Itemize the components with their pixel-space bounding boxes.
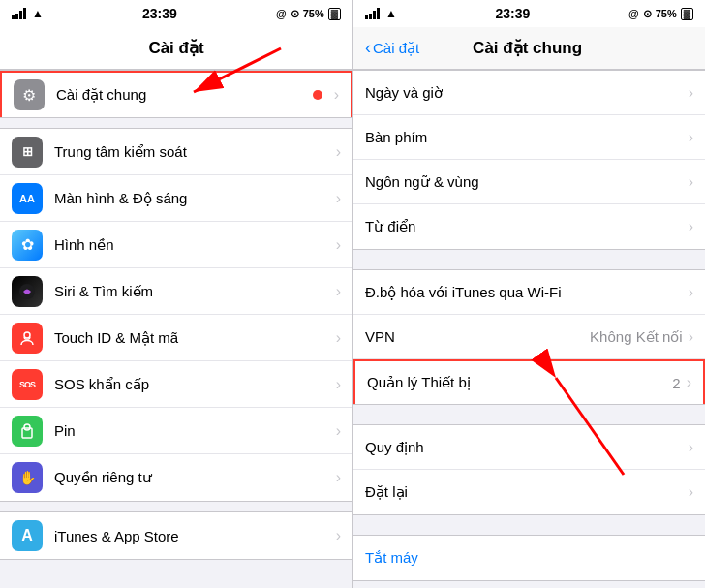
settings-item-sos[interactable]: SOS SOS khẩn cấp › bbox=[0, 361, 352, 408]
settings-item-trung-tam[interactable]: ⊞ Trung tâm kiểm soát › bbox=[0, 129, 352, 175]
alarm-icon: @ bbox=[276, 8, 287, 19]
section-spacer-2 bbox=[353, 407, 705, 424]
settings-icon-pin bbox=[12, 416, 43, 447]
back-button[interactable]: ‹ Cài đặt bbox=[365, 38, 419, 58]
chevron-man-hinh-icon: › bbox=[336, 190, 341, 207]
right-value-vpn: Không Kết nối bbox=[590, 328, 683, 346]
chevron-siri-icon: › bbox=[336, 283, 341, 300]
right-signal-bars-icon bbox=[365, 8, 380, 19]
right-label-ban-phim: Bàn phím bbox=[365, 129, 689, 145]
right-label-tu-dien: Từ điển bbox=[365, 218, 689, 235]
settings-label-cai-dat-chung: Cài đặt chung bbox=[56, 86, 313, 104]
right-label-dat-lai: Đặt lại bbox=[365, 483, 689, 501]
right-label-quan-ly: Quản lý Thiết bị bbox=[367, 374, 672, 391]
settings-icon-quyen-rieng-tu: ✋ bbox=[12, 462, 43, 493]
left-nav-title: Cài đặt bbox=[148, 38, 203, 58]
right-settings-list: Ngày và giờ › Bàn phím › Ngôn ngữ & vùng… bbox=[353, 70, 705, 588]
chevron-ngon-ngu-icon: › bbox=[689, 173, 693, 191]
svg-rect-3 bbox=[24, 424, 30, 430]
settings-label-quyen-rieng-tu: Quyền riêng tư bbox=[54, 469, 332, 486]
settings-icon-man-hinh: AA bbox=[12, 183, 43, 214]
settings-icon-cai-dat-chung: ⚙ bbox=[14, 79, 45, 110]
settings-icon-hinh-nen: ✿ bbox=[12, 230, 43, 261]
right-label-tat-may: Tắt máy bbox=[365, 549, 693, 567]
settings-group-general: ⚙ Cài đặt chung › bbox=[0, 70, 352, 118]
settings-icon-siri bbox=[12, 276, 43, 307]
location-icon: ⊙ bbox=[291, 8, 299, 20]
settings-badge-cai-dat-chung bbox=[313, 90, 322, 100]
right-time: 23:39 bbox=[496, 6, 531, 21]
chevron-back-icon: ‹ bbox=[365, 38, 371, 58]
chevron-sos-icon: › bbox=[336, 376, 341, 393]
right-alarm-icon: @ bbox=[628, 8, 639, 19]
settings-label-itunes: iTunes & App Store bbox=[54, 528, 332, 544]
settings-label-pin: Pin bbox=[54, 422, 332, 439]
chevron-dat-lai-icon: › bbox=[689, 483, 693, 501]
chevron-ban-phim-icon: › bbox=[689, 129, 693, 146]
settings-icon-trung-tam: ⊞ bbox=[12, 137, 43, 168]
left-settings-list: ⚙ Cài đặt chung › ⊞ Trung tâm kiểm soát … bbox=[0, 70, 352, 588]
right-value-quan-ly: 2 bbox=[672, 375, 680, 391]
settings-label-man-hinh: Màn hình & Độ sáng bbox=[54, 190, 332, 207]
settings-label-sos: SOS khẩn cấp bbox=[54, 376, 332, 393]
svg-point-1 bbox=[24, 332, 30, 338]
right-battery-icon: ▓ bbox=[681, 8, 693, 20]
right-signal: ▲ bbox=[365, 7, 397, 20]
back-label: Cài đặt bbox=[373, 40, 419, 57]
left-time: 23:39 bbox=[142, 6, 177, 21]
settings-label-hinh-nen: Hình nền bbox=[54, 236, 332, 254]
right-section-1: Ngày và giờ › Bàn phím › Ngôn ngữ & vùng… bbox=[353, 70, 705, 250]
right-section-4: Tắt máy bbox=[353, 535, 705, 581]
chevron-cai-dat-chung-icon: › bbox=[334, 86, 339, 104]
left-status-right: @ ⊙ 75% ▓ bbox=[276, 8, 341, 20]
right-label-quy-dinh: Quy định bbox=[365, 439, 689, 456]
right-item-quan-ly[interactable]: Quản lý Thiết bị 2 › bbox=[353, 359, 705, 404]
settings-item-siri[interactable]: Siri & Tìm kiếm › bbox=[0, 268, 352, 315]
right-item-tat-may[interactable]: Tắt máy bbox=[353, 536, 705, 580]
chevron-pin-icon: › bbox=[336, 422, 341, 440]
right-item-tu-dien[interactable]: Từ điển › bbox=[353, 204, 705, 249]
right-section-2: Đ.bộ hóa với iTunes qua Wi-Fi › VPN Khôn… bbox=[353, 269, 705, 405]
settings-group-2: ⊞ Trung tâm kiểm soát › AA Màn hình & Độ… bbox=[0, 128, 352, 502]
right-location-icon: ⊙ bbox=[643, 8, 652, 20]
settings-label-siri: Siri & Tìm kiếm bbox=[54, 283, 332, 300]
settings-item-cai-dat-chung[interactable]: ⚙ Cài đặt chung › bbox=[0, 71, 352, 117]
left-status-bar: ▲ 23:39 @ ⊙ 75% ▓ bbox=[0, 0, 352, 27]
section-spacer-3 bbox=[353, 517, 705, 535]
right-label-ngay-gio: Ngày và giờ bbox=[365, 84, 689, 102]
chevron-quyen-rieng-tu-icon: › bbox=[336, 469, 341, 486]
settings-item-man-hinh[interactable]: AA Màn hình & Độ sáng › bbox=[0, 175, 352, 222]
right-item-ngay-gio[interactable]: Ngày và giờ › bbox=[353, 71, 705, 115]
right-section-3: Quy định › Đặt lại › bbox=[353, 424, 705, 515]
right-item-vpn[interactable]: VPN Không Kết nối › bbox=[353, 315, 705, 359]
right-status-bar: ▲ 23:39 @ ⊙ 75% ▓ bbox=[353, 0, 705, 27]
chevron-tu-dien-icon: › bbox=[689, 218, 693, 235]
right-item-quy-dinh[interactable]: Quy định › bbox=[353, 425, 705, 470]
settings-item-quyen-rieng-tu[interactable]: ✋ Quyền riêng tư › bbox=[0, 454, 352, 501]
right-nav-title: Cài đặt chung bbox=[419, 38, 635, 58]
chevron-vpn-icon: › bbox=[689, 328, 693, 346]
section-spacer-1 bbox=[353, 252, 705, 269]
right-item-dat-lai[interactable]: Đặt lại › bbox=[353, 470, 705, 514]
left-signal: ▲ bbox=[12, 7, 44, 20]
right-item-ban-phim[interactable]: Bàn phím › bbox=[353, 115, 705, 160]
right-nav-bar: ‹ Cài đặt Cài đặt chung bbox=[353, 27, 705, 70]
settings-item-pin[interactable]: Pin › bbox=[0, 408, 352, 454]
settings-item-itunes[interactable]: A iTunes & App Store › bbox=[0, 512, 352, 559]
chevron-touch-id-icon: › bbox=[336, 329, 341, 347]
chevron-hinh-nen-icon: › bbox=[336, 236, 341, 254]
settings-item-hinh-nen[interactable]: ✿ Hình nền › bbox=[0, 222, 352, 268]
right-battery-level: 75% bbox=[656, 8, 677, 19]
chevron-quan-ly-icon: › bbox=[687, 374, 691, 391]
battery-icon: ▓ bbox=[328, 8, 341, 20]
right-label-vpn: VPN bbox=[365, 328, 590, 345]
right-label-ngon-ngu: Ngôn ngữ & vùng bbox=[365, 173, 689, 191]
right-item-dong-bo[interactable]: Đ.bộ hóa với iTunes qua Wi-Fi › bbox=[353, 270, 705, 315]
right-item-ngon-ngu[interactable]: Ngôn ngữ & vùng › bbox=[353, 160, 705, 204]
settings-label-trung-tam: Trung tâm kiểm soát bbox=[54, 143, 332, 161]
battery-level: 75% bbox=[303, 8, 324, 19]
settings-icon-touch-id bbox=[12, 323, 43, 354]
settings-label-touch-id: Touch ID & Mật mã bbox=[54, 329, 332, 347]
settings-item-touch-id[interactable]: Touch ID & Mật mã › bbox=[0, 315, 352, 361]
signal-bars-icon bbox=[12, 8, 26, 19]
